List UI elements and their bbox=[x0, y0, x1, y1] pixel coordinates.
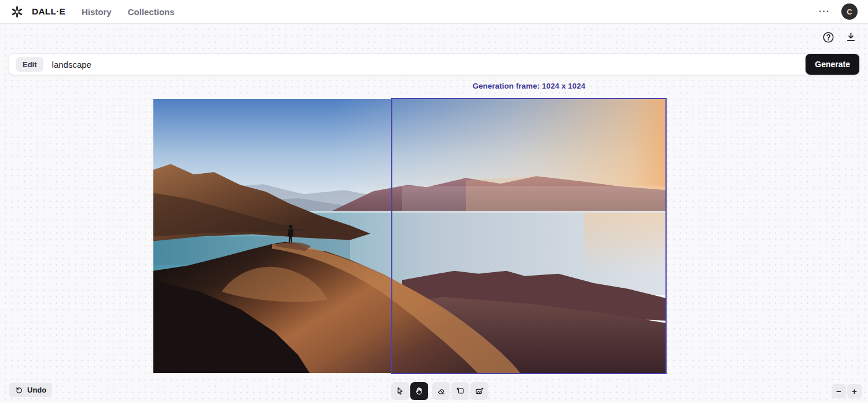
prompt-bar: Edit Generate bbox=[9, 54, 859, 75]
prompt-input[interactable] bbox=[52, 60, 806, 69]
header-right: ··· C bbox=[816, 3, 858, 20]
zoom-out-button[interactable]: − bbox=[832, 384, 846, 398]
add-image-icon bbox=[475, 386, 484, 396]
openai-logo-icon[interactable] bbox=[10, 5, 24, 19]
brand-title: DALL·E bbox=[32, 6, 65, 17]
undo-label: Undo bbox=[27, 386, 46, 394]
overflow-menu-icon[interactable]: ··· bbox=[816, 6, 832, 17]
eraser-tool-button[interactable] bbox=[432, 382, 450, 400]
add-image-tool-button[interactable] bbox=[470, 382, 488, 400]
generate-button[interactable]: Generate bbox=[806, 54, 859, 75]
download-button[interactable] bbox=[843, 30, 858, 45]
openai-logo-glyph bbox=[10, 5, 24, 19]
undo-button[interactable]: Undo bbox=[9, 383, 52, 397]
download-icon bbox=[844, 31, 858, 44]
tool-group-navigation bbox=[391, 382, 428, 400]
nav-item-history[interactable]: History bbox=[82, 7, 112, 17]
zoom-controls: − + bbox=[832, 384, 862, 398]
main-nav: History Collections bbox=[82, 7, 175, 17]
cursor-arrow-icon bbox=[395, 386, 405, 396]
top-header: DALL·E History Collections ··· C bbox=[0, 0, 868, 24]
generation-frame[interactable] bbox=[391, 98, 667, 374]
edit-mode-chip[interactable]: Edit bbox=[16, 57, 43, 72]
frame-icon bbox=[455, 386, 465, 396]
help-button[interactable] bbox=[821, 30, 836, 45]
eraser-icon bbox=[436, 386, 446, 396]
pan-tool-button[interactable] bbox=[410, 382, 428, 400]
question-mark-icon bbox=[822, 31, 835, 44]
tool-group-editing bbox=[432, 382, 488, 400]
nav-item-collections[interactable]: Collections bbox=[128, 7, 175, 17]
zoom-in-button[interactable]: + bbox=[847, 384, 862, 398]
generation-frame-tool-button[interactable] bbox=[451, 382, 469, 400]
select-tool-button[interactable] bbox=[391, 382, 409, 400]
editor-canvas[interactable]: Edit Generate Generation frame: 1024 x 1… bbox=[0, 24, 868, 403]
canvas-actions bbox=[821, 30, 858, 45]
undo-icon bbox=[15, 386, 24, 394]
generation-frame-label: Generation frame: 1024 x 1024 bbox=[392, 82, 666, 90]
dalle-editor-app: DALL·E History Collections ··· C bbox=[0, 0, 868, 403]
hand-icon bbox=[414, 386, 424, 396]
tool-bar bbox=[391, 382, 488, 400]
avatar[interactable]: C bbox=[841, 3, 858, 20]
